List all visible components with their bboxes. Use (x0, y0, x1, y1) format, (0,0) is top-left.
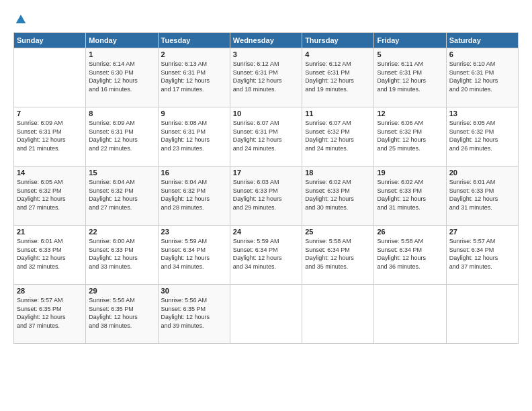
calendar-week-3: 14Sunrise: 6:05 AMSunset: 6:32 PMDayligh… (14, 167, 519, 226)
day-number: 22 (89, 228, 154, 236)
calendar-cell: 20Sunrise: 6:01 AMSunset: 6:33 PMDayligh… (446, 167, 518, 226)
calendar-cell: 30Sunrise: 5:56 AMSunset: 6:35 PMDayligh… (158, 285, 230, 344)
calendar-cell: 16Sunrise: 6:04 AMSunset: 6:32 PMDayligh… (158, 167, 230, 226)
day-info: Sunrise: 6:01 AMSunset: 6:33 PMDaylight:… (449, 178, 515, 212)
day-info: Sunrise: 6:10 AMSunset: 6:31 PMDaylight:… (449, 60, 515, 93)
day-number: 26 (377, 228, 443, 236)
calendar-cell: 18Sunrise: 6:02 AMSunset: 6:33 PMDayligh… (302, 167, 374, 226)
day-info: Sunrise: 5:56 AMSunset: 6:35 PMDaylight:… (161, 296, 227, 330)
calendar-cell (230, 285, 302, 344)
calendar-cell (14, 48, 86, 107)
day-number: 4 (305, 50, 371, 58)
calendar-cell: 29Sunrise: 5:56 AMSunset: 6:35 PMDayligh… (86, 285, 158, 344)
day-number: 2 (161, 50, 227, 58)
day-number: 14 (17, 169, 83, 177)
calendar-cell: 9Sunrise: 6:08 AMSunset: 6:31 PMDaylight… (158, 107, 230, 167)
day-info: Sunrise: 6:11 AMSunset: 6:31 PMDaylight:… (377, 60, 443, 93)
calendar-cell: 19Sunrise: 6:02 AMSunset: 6:33 PMDayligh… (374, 167, 446, 226)
day-info: Sunrise: 6:12 AMSunset: 6:31 PMDaylight:… (305, 60, 371, 93)
header-thursday: Thursday (302, 33, 374, 48)
day-number: 20 (449, 169, 515, 177)
header-friday: Friday (374, 33, 446, 48)
calendar-cell: 27Sunrise: 5:57 AMSunset: 6:34 PMDayligh… (446, 226, 518, 285)
day-info: Sunrise: 5:58 AMSunset: 6:34 PMDaylight:… (377, 237, 443, 271)
day-info: Sunrise: 6:00 AMSunset: 6:33 PMDaylight:… (89, 237, 154, 271)
day-number: 24 (233, 228, 299, 236)
day-info: Sunrise: 6:06 AMSunset: 6:32 PMDaylight:… (377, 119, 443, 152)
header (13, 13, 519, 26)
calendar-cell: 10Sunrise: 6:07 AMSunset: 6:31 PMDayligh… (230, 107, 302, 167)
page: SundayMondayTuesdayWednesdayThursdayFrid… (0, 0, 532, 351)
day-info: Sunrise: 6:04 AMSunset: 6:32 PMDaylight:… (89, 178, 154, 212)
calendar-cell: 5Sunrise: 6:11 AMSunset: 6:31 PMDaylight… (374, 48, 446, 107)
day-info: Sunrise: 6:03 AMSunset: 6:33 PMDaylight:… (233, 178, 299, 212)
day-info: Sunrise: 6:09 AMSunset: 6:31 PMDaylight:… (89, 119, 154, 152)
day-number: 30 (161, 287, 227, 295)
calendar-week-2: 7Sunrise: 6:09 AMSunset: 6:31 PMDaylight… (14, 107, 519, 167)
day-info: Sunrise: 6:02 AMSunset: 6:33 PMDaylight:… (305, 178, 371, 212)
calendar-cell (374, 285, 446, 344)
calendar-cell: 21Sunrise: 6:01 AMSunset: 6:33 PMDayligh… (14, 226, 86, 285)
day-number: 1 (89, 50, 154, 58)
calendar-cell: 15Sunrise: 6:04 AMSunset: 6:32 PMDayligh… (86, 167, 158, 226)
calendar-cell: 14Sunrise: 6:05 AMSunset: 6:32 PMDayligh… (14, 167, 86, 226)
day-number: 3 (233, 50, 299, 58)
header-tuesday: Tuesday (158, 33, 230, 48)
day-info: Sunrise: 6:02 AMSunset: 6:33 PMDaylight:… (377, 178, 443, 212)
calendar-week-5: 28Sunrise: 5:57 AMSunset: 6:35 PMDayligh… (14, 285, 519, 344)
day-number: 17 (233, 169, 299, 177)
day-number: 25 (305, 228, 371, 236)
day-number: 12 (377, 109, 443, 118)
day-info: Sunrise: 5:57 AMSunset: 6:35 PMDaylight:… (17, 296, 83, 330)
day-info: Sunrise: 6:05 AMSunset: 6:32 PMDaylight:… (17, 178, 83, 212)
day-info: Sunrise: 6:13 AMSunset: 6:31 PMDaylight:… (161, 60, 227, 93)
day-number: 19 (377, 169, 443, 177)
calendar-cell: 7Sunrise: 6:09 AMSunset: 6:31 PMDaylight… (14, 107, 86, 167)
day-info: Sunrise: 6:04 AMSunset: 6:32 PMDaylight:… (161, 178, 227, 212)
day-number: 5 (377, 50, 443, 58)
day-info: Sunrise: 6:14 AMSunset: 6:30 PMDaylight:… (89, 60, 154, 93)
calendar-cell: 11Sunrise: 6:07 AMSunset: 6:32 PMDayligh… (302, 107, 374, 167)
calendar-cell (446, 285, 518, 344)
calendar-table: SundayMondayTuesdayWednesdayThursdayFrid… (13, 32, 519, 344)
day-info: Sunrise: 6:01 AMSunset: 6:33 PMDaylight:… (17, 237, 83, 271)
day-number: 8 (89, 109, 154, 118)
calendar-cell: 3Sunrise: 6:12 AMSunset: 6:31 PMDaylight… (230, 48, 302, 107)
day-number: 21 (17, 228, 83, 236)
day-number: 29 (89, 287, 154, 295)
day-number: 13 (449, 109, 515, 118)
calendar-week-1: 1Sunrise: 6:14 AMSunset: 6:30 PMDaylight… (14, 48, 519, 107)
calendar-cell: 28Sunrise: 5:57 AMSunset: 6:35 PMDayligh… (14, 285, 86, 344)
day-info: Sunrise: 5:56 AMSunset: 6:35 PMDaylight:… (89, 296, 154, 330)
day-number: 9 (161, 109, 227, 118)
day-number: 15 (89, 169, 154, 177)
logo (13, 13, 27, 26)
calendar-week-4: 21Sunrise: 6:01 AMSunset: 6:33 PMDayligh… (14, 226, 519, 285)
day-info: Sunrise: 6:07 AMSunset: 6:32 PMDaylight:… (305, 119, 371, 152)
calendar-cell: 12Sunrise: 6:06 AMSunset: 6:32 PMDayligh… (374, 107, 446, 167)
header-sunday: Sunday (14, 33, 86, 48)
header-wednesday: Wednesday (230, 33, 302, 48)
logo-icon (15, 13, 27, 26)
calendar-cell: 2Sunrise: 6:13 AMSunset: 6:31 PMDaylight… (158, 48, 230, 107)
calendar-cell: 1Sunrise: 6:14 AMSunset: 6:30 PMDaylight… (86, 48, 158, 107)
calendar-header-row: SundayMondayTuesdayWednesdayThursdayFrid… (14, 33, 519, 48)
day-number: 18 (305, 169, 371, 177)
day-info: Sunrise: 5:59 AMSunset: 6:34 PMDaylight:… (161, 237, 227, 271)
calendar-cell: 17Sunrise: 6:03 AMSunset: 6:33 PMDayligh… (230, 167, 302, 226)
header-saturday: Saturday (446, 33, 518, 48)
day-info: Sunrise: 6:07 AMSunset: 6:31 PMDaylight:… (233, 119, 299, 152)
day-number: 16 (161, 169, 227, 177)
day-info: Sunrise: 5:59 AMSunset: 6:34 PMDaylight:… (233, 237, 299, 271)
day-info: Sunrise: 6:08 AMSunset: 6:31 PMDaylight:… (161, 119, 227, 152)
calendar-cell: 22Sunrise: 6:00 AMSunset: 6:33 PMDayligh… (86, 226, 158, 285)
day-number: 7 (17, 109, 83, 118)
day-info: Sunrise: 6:09 AMSunset: 6:31 PMDaylight:… (17, 119, 83, 152)
calendar-cell: 6Sunrise: 6:10 AMSunset: 6:31 PMDaylight… (446, 48, 518, 107)
day-info: Sunrise: 5:57 AMSunset: 6:34 PMDaylight:… (449, 237, 515, 271)
calendar-cell: 26Sunrise: 5:58 AMSunset: 6:34 PMDayligh… (374, 226, 446, 285)
day-info: Sunrise: 6:05 AMSunset: 6:32 PMDaylight:… (449, 119, 515, 152)
calendar-cell: 4Sunrise: 6:12 AMSunset: 6:31 PMDaylight… (302, 48, 374, 107)
calendar-cell: 23Sunrise: 5:59 AMSunset: 6:34 PMDayligh… (158, 226, 230, 285)
header-monday: Monday (86, 33, 158, 48)
